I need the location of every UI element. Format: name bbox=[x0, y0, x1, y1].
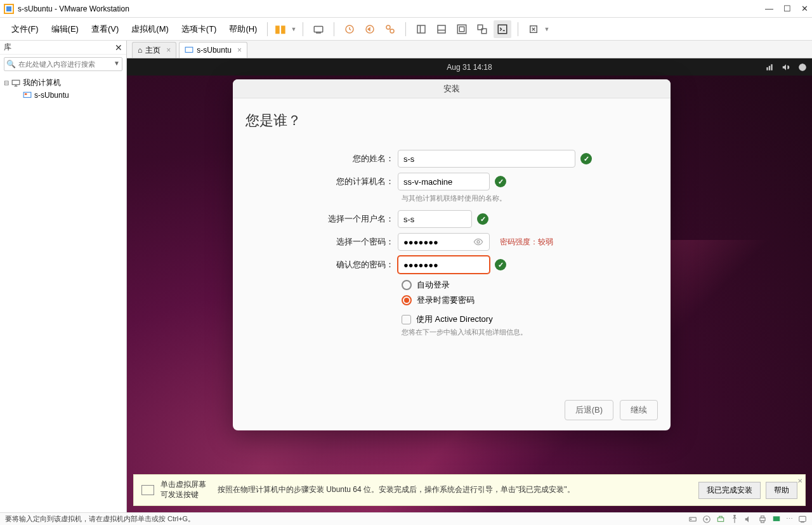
tree-vm-label: s-sUbuntu bbox=[34, 91, 69, 100]
continue-button[interactable]: 继续 bbox=[620, 400, 658, 420]
svg-point-3 bbox=[386, 25, 390, 29]
vm-tab-icon bbox=[185, 46, 193, 54]
install-help-button[interactable]: 帮助 bbox=[766, 482, 797, 499]
usb-icon[interactable] bbox=[730, 515, 739, 524]
pause-button[interactable]: ▮▮ bbox=[272, 20, 289, 38]
message-log-icon[interactable] bbox=[798, 515, 807, 524]
menu-edit[interactable]: 编辑(E) bbox=[45, 23, 85, 35]
auto-login-option[interactable]: 自动登录 bbox=[402, 279, 658, 291]
ubuntu-clock[interactable]: Aug 31 14:18 bbox=[447, 63, 492, 72]
install-hint-bar: ✕ 单击虚拟屏幕 可发送按键 按照在物理计算机中的步骤安装 Ubuntu 64 … bbox=[133, 474, 806, 506]
title-bar: s-sUbuntu - VMware Workstation — ☐ ✕ bbox=[0, 0, 812, 18]
username-input[interactable] bbox=[398, 210, 472, 228]
snapshot-button[interactable] bbox=[341, 20, 358, 38]
network-adapter-icon[interactable] bbox=[716, 515, 725, 524]
installer-header: 安装 bbox=[233, 79, 671, 98]
menu-vm[interactable]: 虚拟机(M) bbox=[125, 23, 175, 35]
home-icon: ⌂ bbox=[138, 46, 142, 55]
svg-rect-7 bbox=[438, 25, 445, 33]
vm-screen[interactable]: Aug 31 14:18 安装 您是谁？ 您的姓名： bbox=[127, 58, 812, 512]
svg-rect-9 bbox=[458, 25, 467, 34]
hint-close-button[interactable]: ✕ bbox=[797, 477, 802, 484]
snapshot-manager-button[interactable] bbox=[381, 20, 399, 38]
name-input[interactable] bbox=[398, 150, 575, 168]
minimize-button[interactable]: — bbox=[765, 4, 773, 13]
svg-rect-13 bbox=[499, 25, 508, 34]
menu-tabs[interactable]: 选项卡(T) bbox=[175, 23, 223, 35]
library-search-input[interactable] bbox=[4, 57, 122, 71]
status-device-icons: ⋯ bbox=[688, 515, 807, 524]
svg-rect-26 bbox=[717, 517, 723, 521]
toolbar: ▮▮ ▼ ▼ bbox=[272, 20, 549, 38]
menu-help[interactable]: 帮助(H) bbox=[223, 23, 263, 35]
back-button[interactable]: 后退(B) bbox=[565, 400, 613, 420]
window-title: s-sUbuntu - VMware Workstation bbox=[18, 4, 129, 13]
revert-snapshot-button[interactable] bbox=[361, 20, 379, 38]
tab-home[interactable]: ⌂ 主页 × bbox=[132, 42, 176, 58]
stretch-button[interactable] bbox=[525, 20, 542, 38]
svg-point-23 bbox=[691, 519, 691, 519]
tab-vm[interactable]: s-sUbuntu × bbox=[179, 42, 247, 58]
disk-icon[interactable] bbox=[688, 515, 697, 524]
power-dropdown[interactable]: ▼ bbox=[291, 26, 296, 32]
hostname-input[interactable] bbox=[398, 173, 490, 190]
fullscreen-button[interactable] bbox=[453, 20, 471, 38]
svg-rect-15 bbox=[12, 80, 20, 84]
tree-root-my-computer[interactable]: ⊟ 我的计算机 bbox=[4, 76, 122, 90]
radio-unchecked-icon bbox=[402, 280, 412, 290]
svg-point-27 bbox=[734, 515, 735, 516]
menu-bar: 文件(F) 编辑(E) 查看(V) 虚拟机(M) 选项卡(T) 帮助(H) ▮▮… bbox=[0, 18, 812, 41]
cd-icon[interactable] bbox=[702, 515, 711, 524]
svg-rect-0 bbox=[315, 26, 324, 32]
menu-view[interactable]: 查看(V) bbox=[85, 23, 125, 35]
library-search: 🔍 ▼ bbox=[4, 57, 122, 71]
require-password-option[interactable]: 登录时需要密码 bbox=[402, 295, 658, 306]
hostname-valid-icon bbox=[495, 176, 506, 187]
tree-vm-s-subuntu[interactable]: s-sUbuntu bbox=[4, 90, 122, 101]
console-view-button[interactable] bbox=[494, 20, 511, 38]
hostname-label: 您的计算机名： bbox=[246, 176, 398, 187]
svg-point-24 bbox=[704, 515, 710, 522]
confirm-password-input[interactable] bbox=[398, 256, 490, 274]
content-area: ⌂ 主页 × s-sUbuntu × Aug 31 14:18 bbox=[127, 41, 812, 512]
tab-vm-close[interactable]: × bbox=[237, 46, 242, 55]
view-thumbnails-button[interactable] bbox=[433, 20, 450, 38]
send-ctrl-alt-del-button[interactable] bbox=[310, 20, 327, 38]
svg-rect-5 bbox=[417, 25, 425, 33]
library-title: 库 bbox=[4, 42, 11, 53]
status-bar: 要将输入定向到该虚拟机，请在虚拟机内部单击或按 Ctrl+G。 ⋯ bbox=[0, 512, 812, 525]
library-sidebar: 库 ✕ 🔍 ▼ ⊟ 我的计算机 s-sUbuntu bbox=[0, 41, 127, 512]
network-icon bbox=[765, 63, 774, 72]
window-controls: — ☐ ✕ bbox=[765, 4, 808, 13]
tab-home-label: 主页 bbox=[145, 45, 160, 56]
stretch-dropdown[interactable]: ▼ bbox=[544, 26, 549, 32]
ubuntu-system-tray[interactable] bbox=[765, 63, 807, 72]
search-dropdown[interactable]: ▼ bbox=[114, 60, 120, 67]
svg-point-4 bbox=[390, 29, 394, 33]
install-done-button[interactable]: 我已完成安装 bbox=[698, 482, 761, 499]
printer-icon[interactable] bbox=[758, 515, 767, 524]
close-button[interactable]: ✕ bbox=[801, 4, 808, 13]
name-label: 您的姓名： bbox=[246, 153, 398, 164]
maximize-button[interactable]: ☐ bbox=[783, 4, 791, 13]
show-password-icon[interactable] bbox=[473, 237, 483, 247]
confirm-password-valid-icon bbox=[495, 259, 506, 270]
menu-file[interactable]: 文件(F) bbox=[5, 23, 45, 35]
radio-checked-icon bbox=[402, 295, 412, 305]
svg-rect-10 bbox=[460, 27, 465, 32]
ubuntu-top-bar: Aug 31 14:18 bbox=[127, 58, 812, 76]
tab-home-close[interactable]: × bbox=[166, 46, 171, 55]
checkbox-icon bbox=[402, 315, 411, 324]
svg-rect-31 bbox=[773, 516, 780, 521]
svg-rect-29 bbox=[761, 515, 764, 517]
status-more-icon[interactable]: ⋯ bbox=[786, 515, 793, 523]
library-close-button[interactable]: ✕ bbox=[115, 43, 122, 53]
svg-point-21 bbox=[477, 241, 480, 243]
display-icon[interactable] bbox=[772, 515, 781, 524]
view-single-button[interactable] bbox=[412, 20, 430, 38]
computer-icon bbox=[11, 79, 20, 87]
active-directory-option[interactable]: 使用 Active Directory bbox=[402, 314, 658, 325]
sound-icon[interactable] bbox=[744, 515, 753, 524]
tree-toggle-icon[interactable]: ⊟ bbox=[4, 79, 9, 86]
unity-button[interactable] bbox=[473, 20, 491, 38]
